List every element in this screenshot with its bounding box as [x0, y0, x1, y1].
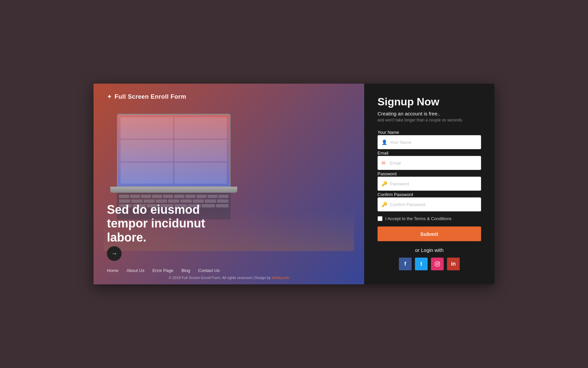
terms-checkbox[interactable] [378, 216, 383, 221]
signup-form: Your Name 👤 Email ✉ Password 🔑 Confirm P… [378, 129, 481, 241]
hero-arrow-button[interactable]: → [107, 246, 122, 261]
submit-button[interactable]: Submit [378, 226, 481, 241]
signup-title: Signup Now [378, 96, 481, 108]
email-icon: ✉ [382, 160, 386, 166]
password-label: Password [378, 171, 397, 176]
svg-point-1 [436, 263, 438, 265]
confirm-password-field-wrapper: 🔑 [378, 197, 481, 211]
facebook-login-button[interactable]: f [399, 258, 412, 270]
footer-text: © 2018 Full Screen Enroll Form. All righ… [169, 276, 272, 280]
name-label: Your Name [378, 130, 399, 135]
nav-about[interactable]: About Us [127, 268, 144, 273]
left-panel: ✦ Full Screen Enroll Form Sed do eiusmod… [94, 84, 364, 284]
confirm-password-icon: 🔑 [382, 202, 387, 207]
nav-blog[interactable]: Blog [181, 268, 190, 273]
email-input[interactable] [378, 156, 481, 170]
password-field-wrapper: 🔑 [378, 177, 481, 191]
social-login-row: f t in [378, 258, 481, 270]
confirm-password-input[interactable] [378, 197, 481, 211]
main-container: ✦ Full Screen Enroll Form Sed do eiusmod… [94, 84, 494, 284]
or-login-text: or Login with [378, 247, 481, 253]
twitter-login-button[interactable]: t [415, 258, 428, 270]
laptop-base [110, 187, 237, 193]
screen-content [118, 115, 230, 186]
signup-sub2: and won't take longer than a couple os s… [378, 118, 481, 122]
left-footer: © 2018 Full Screen Enroll Form. All righ… [94, 276, 364, 280]
terms-row: I Accept to the Terms & Conditions [378, 216, 481, 221]
name-input[interactable] [378, 135, 481, 149]
name-field-wrapper: 👤 [378, 135, 481, 149]
password-input[interactable] [378, 177, 481, 191]
email-label: Email [378, 151, 389, 156]
email-field-wrapper: ✉ [378, 156, 481, 170]
nav-contact[interactable]: Contact Us [198, 268, 219, 273]
nav-home[interactable]: Home [107, 268, 119, 273]
terms-label[interactable]: I Accept to the Terms & Conditions [385, 216, 451, 221]
logo-icon: ✦ [107, 93, 112, 100]
svg-point-2 [438, 262, 439, 263]
logo-text: Full Screen Enroll Form [115, 93, 186, 100]
name-icon: 👤 [382, 140, 387, 145]
nav-error[interactable]: Error Page [152, 268, 173, 273]
instagram-login-button[interactable] [431, 258, 444, 270]
password-icon: 🔑 [382, 181, 387, 186]
hero-text: Sed do eiusmod tempor incidunut labore. [107, 203, 227, 244]
right-panel: Signup Now Creating an account is free..… [364, 84, 494, 284]
main-nav: Home About Us Error Page Blog Contact Us [107, 268, 219, 273]
confirm-password-label: Confirm Password [378, 192, 413, 197]
linkedin-login-button[interactable]: in [447, 258, 460, 270]
svg-rect-0 [435, 262, 439, 266]
signup-subtitle: Creating an account is free.. [378, 111, 481, 116]
laptop-screen [117, 114, 231, 187]
site-header: ✦ Full Screen Enroll Form [107, 93, 186, 100]
footer-link[interactable]: W3layouts [272, 276, 289, 280]
